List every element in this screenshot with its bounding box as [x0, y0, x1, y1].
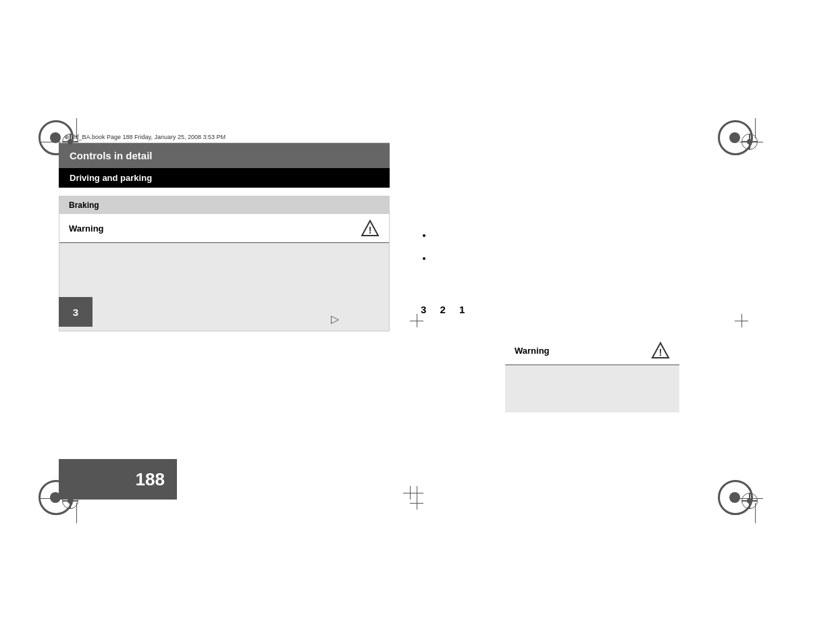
- sub-header: Driving and parking: [59, 168, 390, 188]
- warning-label-1: Warning: [69, 223, 104, 234]
- warning-row-1: Warning !: [59, 214, 389, 243]
- svg-text:!: !: [659, 347, 662, 358]
- bullet-item-2: [432, 249, 702, 267]
- warning-icon-1: !: [361, 219, 380, 237]
- file-info-bar: ⊕ nf_BA.book Page 188 Friday, January 25…: [59, 132, 390, 143]
- warning-row-2: Warning !: [505, 336, 679, 365]
- book-page-left: ⊕ nf_BA.book Page 188 Friday, January 25…: [59, 132, 390, 331]
- chapter-number: 3: [73, 306, 78, 318]
- arrow-right-icon: ▷: [331, 313, 339, 325]
- right-content: [419, 226, 702, 281]
- bullet-list: [419, 226, 702, 267]
- numbers-label: 3 2 1: [421, 304, 470, 315]
- gray-content-left: [59, 243, 389, 331]
- chapter-tab: 3: [59, 297, 93, 327]
- bullet-item-1: [432, 226, 702, 244]
- sub-header-text: Driving and parking: [70, 173, 152, 183]
- section-header-text: Controls in detail: [70, 150, 153, 161]
- warning-label-2: Warning: [515, 346, 550, 356]
- warning-icon-2: !: [651, 342, 670, 359]
- content-box-left: Braking Warning !: [59, 196, 390, 331]
- braking-bar: Braking: [59, 196, 389, 214]
- file-info-text: nf_BA.book Page 188 Friday, January 25, …: [74, 134, 226, 140]
- braking-label: Braking: [69, 200, 99, 210]
- warning-box-right: Warning !: [505, 336, 679, 412]
- section-header: Controls in detail: [59, 143, 390, 168]
- page-number: 188: [136, 469, 165, 490]
- svg-text:!: !: [369, 225, 372, 236]
- gray-content-right: [505, 365, 679, 412]
